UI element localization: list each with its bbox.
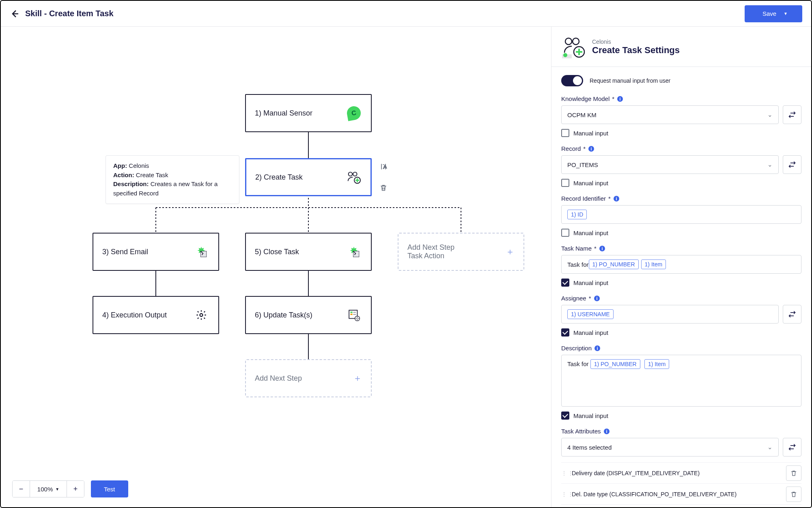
node-label: 6) Update Task(s): [255, 311, 312, 319]
swap-button[interactable]: [783, 438, 801, 457]
node-label: 1) Manual Sensor: [255, 109, 312, 118]
chevron-down-icon: ⌄: [767, 161, 773, 168]
info-icon[interactable]: i: [594, 345, 601, 352]
chip: 1) Item: [641, 259, 666, 269]
chip: 1) PO_NUMBER: [590, 359, 640, 369]
ghost-label: Add Next Step: [255, 374, 302, 383]
assignee-input[interactable]: 1) USERNAME: [561, 305, 779, 324]
delete-attribute-button[interactable]: [786, 465, 801, 481]
back-arrow-icon[interactable]: [10, 9, 19, 19]
svg-text:i: i: [616, 196, 617, 201]
checkbox-label: Manual input: [573, 130, 608, 137]
plus-icon: ＋: [353, 372, 362, 384]
record-select[interactable]: PO_ITEMS ⌄: [561, 155, 779, 174]
save-button[interactable]: Save ▼: [745, 5, 802, 22]
swap-button[interactable]: [783, 155, 801, 174]
chip: 1) Item: [644, 359, 670, 369]
svg-text:i: i: [597, 346, 598, 351]
record-id-label: Record Identifier: [561, 195, 606, 202]
create-task-icon: [561, 35, 586, 59]
info-icon[interactable]: i: [613, 195, 620, 202]
svg-point-32: [563, 53, 567, 57]
panel-title: Create Task Settings: [592, 45, 680, 56]
svg-text:i: i: [601, 246, 603, 251]
description-textarea[interactable]: Task for 1) PO_NUMBER 1) Item: [561, 355, 801, 407]
chip: 1) PO_NUMBER: [589, 259, 639, 269]
assignee-manual-checkbox[interactable]: [561, 328, 569, 337]
zoom-in-button[interactable]: +: [67, 481, 84, 497]
delete-icon[interactable]: [378, 182, 389, 193]
km-label: Knowledge Model: [561, 95, 610, 102]
drag-handle-icon[interactable]: ⋮⋮: [561, 470, 567, 476]
panel-eyebrow: Celonis: [592, 39, 680, 45]
task-name-label: Task Name: [561, 245, 592, 252]
km-select[interactable]: OCPM KM ⌄: [561, 105, 779, 124]
node-send-email[interactable]: 3) Send Email: [93, 233, 219, 271]
task-name-input[interactable]: Task for 1) PO_NUMBER 1) Item: [561, 255, 801, 274]
create-task-icon: [345, 169, 362, 185]
node-label: 3) Send Email: [102, 248, 148, 256]
svg-text:i: i: [591, 146, 592, 151]
zoom-out-button[interactable]: −: [13, 481, 30, 497]
ghost-label-line1: Add Next Step: [407, 243, 454, 252]
node-close-task[interactable]: 5) Close Task: [245, 233, 372, 271]
info-icon[interactable]: i: [599, 245, 605, 252]
record-id-input[interactable]: 1) ID: [561, 205, 801, 224]
attribute-row: ⋮⋮ Order item type (CLASSIFICATION_PO_IT…: [561, 504, 801, 507]
node-update-tasks[interactable]: 6) Update Task(s): [245, 296, 372, 334]
record-label: Record: [561, 145, 581, 152]
checkbox-label: Manual input: [573, 329, 608, 336]
delete-attribute-button[interactable]: [786, 487, 801, 502]
svg-point-10: [353, 172, 357, 176]
add-next-step[interactable]: Add Next Step ＋: [245, 359, 372, 397]
zoom-display[interactable]: 100% ▼: [30, 481, 67, 497]
checkbox-label: Manual input: [573, 229, 608, 236]
swap-button[interactable]: [783, 105, 801, 124]
rename-icon[interactable]: A: [378, 161, 389, 172]
chip: 1) ID: [567, 210, 587, 219]
task-attributes-label: Task Attributes: [561, 428, 601, 435]
checkbox-label: Manual input: [573, 279, 608, 286]
info-icon[interactable]: i: [617, 96, 623, 102]
zoom-control: − 100% ▼ +: [12, 480, 84, 497]
click-action-icon: [346, 244, 362, 260]
description-manual-checkbox[interactable]: [561, 412, 569, 420]
save-caret-icon: ▼: [784, 11, 788, 16]
node-manual-sensor[interactable]: 1) Manual Sensor C: [245, 94, 372, 132]
task-attributes-select[interactable]: 4 Items selected ⌄: [561, 438, 779, 457]
svg-text:i: i: [596, 296, 597, 301]
drag-handle-icon[interactable]: ⋮⋮: [561, 491, 567, 497]
svg-point-26: [565, 38, 572, 45]
swap-button[interactable]: [783, 305, 801, 324]
update-task-icon: [346, 307, 362, 323]
svg-point-27: [573, 38, 579, 45]
chevron-down-icon: ⌄: [767, 111, 773, 118]
save-button-label: Save: [762, 10, 776, 17]
node-create-task[interactable]: 2) Create Task: [245, 158, 372, 196]
info-icon[interactable]: i: [603, 428, 610, 435]
page-title: Skill - Create Item Task: [25, 9, 114, 18]
description-label: Description: [561, 345, 592, 352]
attribute-label: Delivery date (DISPLAY_ITEM_DELIVERY_DAT…: [572, 470, 781, 476]
chevron-down-icon: ⌄: [767, 444, 773, 451]
info-icon[interactable]: i: [588, 146, 594, 152]
record-manual-checkbox[interactable]: [561, 179, 569, 187]
add-next-step-task-action[interactable]: Add Next Step Task Action ＋: [398, 233, 524, 271]
node-tooltip: App: Celonis Action: Create Task Descrip…: [106, 155, 239, 204]
svg-text:i: i: [606, 429, 607, 434]
attribute-row: ⋮⋮ Del. Date type (CLASSIFICATION_PO_ITE…: [561, 483, 801, 504]
svg-text:i: i: [620, 96, 621, 101]
node-label: 2) Create Task: [255, 173, 303, 182]
attribute-label: Del. Date type (CLASSIFICATION_PO_ITEM_D…: [572, 491, 781, 497]
svg-point-18: [200, 314, 203, 317]
node-label: 5) Close Task: [255, 248, 299, 256]
assignee-label: Assignee: [561, 295, 586, 302]
svg-text:A: A: [383, 164, 387, 169]
manual-input-toggle[interactable]: [561, 75, 583, 86]
task-name-manual-checkbox[interactable]: [561, 279, 569, 287]
record-id-manual-checkbox[interactable]: [561, 229, 569, 237]
node-execution-output[interactable]: 4) Execution Output: [93, 296, 219, 334]
info-icon[interactable]: i: [594, 295, 600, 302]
test-button[interactable]: Test: [91, 480, 128, 497]
km-manual-checkbox[interactable]: [561, 129, 569, 137]
